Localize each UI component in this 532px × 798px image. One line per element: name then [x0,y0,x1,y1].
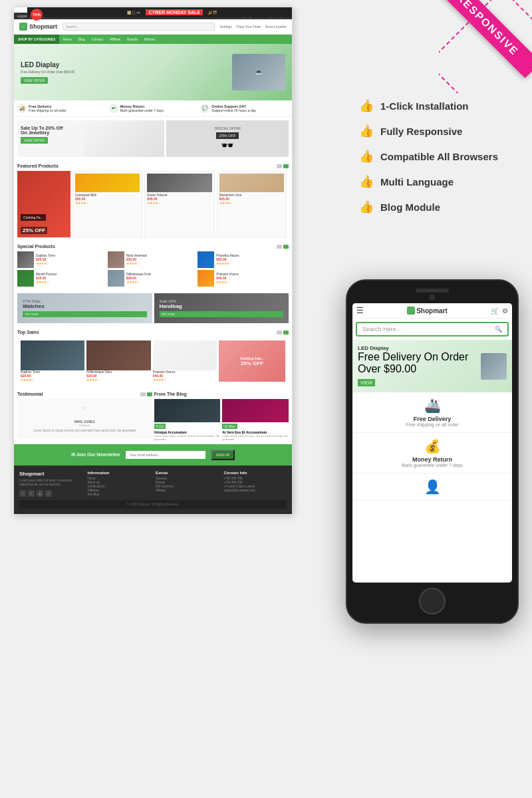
footer-social: f t g r [19,490,82,497]
top-sales-nav[interactable] [277,331,289,334]
footer-phone1: +700 456 789 [224,477,287,480]
product-card-3[interactable]: Elementum Uma $25.00 ★★★★☆ [217,171,287,237]
phone-hero-cta[interactable]: VIEW [358,379,375,386]
product-stars-1: ★★★★☆ [75,201,140,205]
product-card-2[interactable]: Donec Pulvinar $45.00 ★★★★☆ [144,171,214,237]
nav-brands[interactable]: Brands [124,35,141,44]
phone-home-button[interactable] [419,588,446,614]
hero-device-image: 💻 [232,54,285,90]
nav-prev[interactable] [277,164,282,168]
testimonial-header: Testimonial [17,392,152,396]
feature-item-3: 👍 Compatible All Browsers [359,144,512,169]
nav-home[interactable]: Home [59,35,74,44]
newsletter-email-input[interactable] [126,451,205,459]
footer-link-specials[interactable]: Specials [156,477,219,480]
top-sale-2[interactable]: Pellentesque Dolor $28.00 ★★★★☆ [86,340,150,382]
special-item-3[interactable]: Phasellus Mauris $50.00 ★★★★★ [198,251,286,268]
rss-icon[interactable]: r [45,490,52,497]
bottom-sections: Testimonial " MIKE JONES Producer Lorem … [14,388,292,444]
feature-label-4: Multi Language [380,176,454,188]
search-bar[interactable]: Search... [63,23,215,31]
phone-header-icons: 🛒 ⚙ [491,307,508,315]
twitter-icon[interactable]: t [28,490,35,497]
phone-delivery-icon: 🚢 [424,398,441,414]
phone-support-icon: 👤 [424,479,441,495]
hero-cta-btn[interactable]: VIEW OFFER [21,77,48,84]
special-nav-next[interactable] [283,245,289,249]
nav-next[interactable] [283,164,289,168]
top-sale-img-1 [21,340,84,370]
track-order-link[interactable]: Track Your Order [236,25,261,29]
phone-return-icon: 💰 [424,438,441,454]
testimonial-section: Testimonial " MIKE JONES Producer Lorem … [17,392,152,441]
footer-link-sitemap[interactable]: Site Map [88,493,151,496]
top-sales-content: Dapibus Tortor $20.00 ★★★★☆ Pellentesque… [17,337,289,385]
footer-link-home[interactable]: Home [88,477,151,480]
handbag-buy-btn[interactable]: BUY NOW [160,311,284,317]
footer-link-vouchers[interactable]: Gift Vouchers [156,485,219,488]
google-icon[interactable]: g [37,490,43,497]
phone-search-icon[interactable]: 🔍 [495,326,502,332]
featured-products-grid: Clothing Fe... 25% OFF Consequat Nibh $3… [17,171,289,237]
footer-link-brands[interactable]: Brands [156,481,219,484]
test-next[interactable] [147,392,152,396]
phone-settings-icon[interactable]: ⚙ [502,307,508,315]
blog-posts-list: 8 Oct Volutpat Accumalum Lorem ipsum dol… [154,399,289,441]
phone-return-desc: Back guarantee under 7 days [402,463,462,467]
footer-contact-title: Contact Info [224,471,287,475]
watches-buy-btn[interactable]: BUY NOW [23,311,147,317]
testimonial-title: Testimonial [17,392,43,396]
sale-pct: 25% OFF [240,360,264,366]
special-item-1[interactable]: Dapibus Tortor $20.00 ★★★★☆ [17,251,106,268]
special-info-5: Pellentesque Dolor $28.00 ★★★★☆ [126,273,196,284]
store-location-link[interactable]: Store Location [265,25,287,29]
facebook-icon[interactable]: f [19,490,26,497]
feature-support-text: Online Support 24/7 Support online 24 ho… [211,104,256,112]
nav-affiliate[interactable]: Affiliate [106,35,124,44]
special-item-4[interactable]: Blandlt Pulvinar $15.00 ★★★★☆ [17,270,106,287]
hero-title: LED Diaplay [21,61,74,68]
watches-promo-banner: 27% Flate Watches BUY NOW [17,293,152,323]
footer-bottom: © 2023 Shopmart. All Rights Reserved. [19,500,287,509]
nav-blog[interactable]: Blog [75,35,88,44]
jewellery-banner: Sale Up To 20% Off On Jewellery VIEW OFF… [17,120,164,157]
phone-hero-content: LED Diaplay Free Delivery On Order Over … [358,345,481,387]
top-sales-prev[interactable] [277,331,282,334]
special-nav[interactable] [277,245,289,249]
blog-post-1[interactable]: 8 Oct Volutpat Accumalum Lorem ipsum dol… [154,399,221,441]
top-sales-next[interactable] [283,331,289,334]
support-icon: 💬 [200,104,209,113]
special-item-2[interactable]: Nulla Venenatis $35.00 ★★★★☆ [108,251,196,268]
jewellery-subtitle: On Jewellery [21,130,161,135]
featured-header: Featured Products [17,164,289,168]
top-sale-1[interactable]: Dapibus Tortor $20.00 ★★★★☆ [21,340,84,382]
logo[interactable]: 🛒 Shopmart [19,23,57,31]
special-item-5[interactable]: Pellentesque Dolor $28.00 ★★★★☆ [108,270,196,287]
top-sale-3[interactable]: Praesent Viverra $40.00 ★★★★☆ [153,340,217,382]
footer-info-title: Information [88,471,151,475]
product-card-1[interactable]: Consequat Nibh $30.00 ★★★★☆ [72,171,142,237]
special-item-6[interactable]: Praesent Viverra $40.00 ★★★★☆ [198,270,286,287]
jewellery-cta[interactable]: VIEW OFFER [21,137,48,144]
test-prev[interactable] [140,392,146,396]
top-sale-stars-3: ★★★★☆ [153,378,217,382]
site-header: 🛒 Shopmart Search... Settings Track Your… [14,19,292,35]
special-nav-prev[interactable] [277,245,282,249]
blog-post-2[interactable]: 21 May At Vero Eos Et Accusantium Lorem … [222,399,289,441]
footer-link-cert[interactable]: Certifications [88,485,151,488]
nav-iphone[interactable]: iPhone [141,35,158,44]
settings-link[interactable]: Settings [220,25,232,29]
footer-link-about[interactable]: About Us [88,481,151,484]
nav-categories-btn[interactable]: SHOP BY CATEGORIES [14,35,59,44]
testimonial-nav-btns[interactable] [140,392,152,396]
footer-link-aff[interactable]: Affiliates [88,489,151,492]
phone-search-bar[interactable]: Search Here... 🔍 [356,322,509,336]
footer-link-affiliate[interactable]: Affiliate [156,489,219,492]
phone-cart-icon[interactable]: 🛒 [491,307,499,315]
nav-contact[interactable]: Contact [88,35,106,44]
special-offer-label: SPECIAL OFFER [215,126,241,130]
featured-title: Featured Products [17,164,59,168]
featured-main-image: Clothing Fe... 25% OFF [17,171,70,237]
featured-nav[interactable] [277,164,289,168]
newsletter-submit-btn[interactable]: SIGN UP [211,450,235,460]
